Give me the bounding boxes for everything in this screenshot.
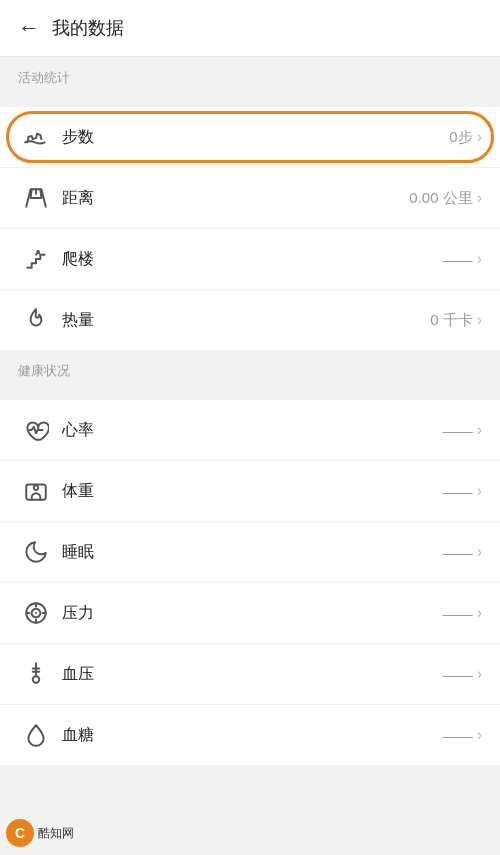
activity-section: 活动统计 步数 0步 › xyxy=(0,57,500,350)
weight-label: 体重 xyxy=(62,481,443,502)
stress-icon xyxy=(18,600,54,626)
blood-pressure-arrow: › xyxy=(477,665,482,683)
distance-value: 0.00 公里 xyxy=(409,189,472,208)
health-section-label: 健康状况 xyxy=(0,350,500,386)
distance-label: 距离 xyxy=(62,188,409,209)
activity-list: 步数 0步 › 距离 0.00 公里 › xyxy=(0,107,500,350)
health-list: 心率 —— › 体重 —— › 睡眠 xyxy=(0,400,500,765)
svg-point-2 xyxy=(34,486,38,490)
stress-arrow: › xyxy=(477,604,482,622)
weight-icon xyxy=(18,478,54,504)
calories-value: 0 千卡 xyxy=(430,311,473,330)
distance-icon xyxy=(18,185,54,211)
weight-row[interactable]: 体重 —— › xyxy=(0,461,500,522)
activity-section-label: 活动统计 xyxy=(0,57,500,93)
blood-pressure-row[interactable]: 血压 —— › xyxy=(0,644,500,705)
floors-label: 爬楼 xyxy=(62,249,443,270)
distance-row[interactable]: 距离 0.00 公里 › xyxy=(0,168,500,229)
calories-row[interactable]: 热量 0 千卡 › xyxy=(0,290,500,350)
weight-value: —— xyxy=(443,483,473,500)
calories-icon xyxy=(18,307,54,333)
weight-arrow: › xyxy=(477,482,482,500)
stress-value: —— xyxy=(443,605,473,622)
svg-point-6 xyxy=(33,676,40,683)
svg-rect-1 xyxy=(26,485,46,500)
page-title: 我的数据 xyxy=(52,16,124,40)
sleep-row[interactable]: 睡眠 —— › xyxy=(0,522,500,583)
blood-sugar-row[interactable]: 血糖 —— › xyxy=(0,705,500,765)
header: ← 我的数据 xyxy=(0,0,500,57)
heart-rate-label: 心率 xyxy=(62,420,443,441)
calories-arrow: › xyxy=(477,311,482,329)
calories-label: 热量 xyxy=(62,310,430,331)
steps-icon xyxy=(18,124,54,150)
steps-row[interactable]: 步数 0步 › xyxy=(0,107,500,168)
stress-label: 压力 xyxy=(62,603,443,624)
blood-pressure-label: 血压 xyxy=(62,664,443,685)
steps-label: 步数 xyxy=(62,127,449,148)
blood-sugar-arrow: › xyxy=(477,726,482,744)
stress-row[interactable]: 压力 —— › xyxy=(0,583,500,644)
blood-pressure-value: —— xyxy=(443,666,473,683)
watermark: C 酷知网 xyxy=(6,819,74,847)
sleep-icon xyxy=(18,539,54,565)
floors-icon xyxy=(18,246,54,272)
watermark-label: 酷知网 xyxy=(38,825,74,842)
blood-sugar-value: —— xyxy=(443,727,473,744)
steps-arrow: › xyxy=(477,128,482,146)
steps-value: 0步 xyxy=(449,128,472,147)
distance-arrow: › xyxy=(477,189,482,207)
blood-sugar-icon xyxy=(18,722,54,748)
floors-value: —— xyxy=(443,251,473,268)
sleep-arrow: › xyxy=(477,543,482,561)
floors-row[interactable]: 爬楼 —— › xyxy=(0,229,500,290)
back-button[interactable]: ← xyxy=(18,17,40,39)
heart-rate-arrow: › xyxy=(477,421,482,439)
health-section: 健康状况 心率 —— › 体重 —— xyxy=(0,350,500,765)
sleep-label: 睡眠 xyxy=(62,542,443,563)
floors-arrow: › xyxy=(477,250,482,268)
svg-point-5 xyxy=(35,612,37,614)
heart-rate-row[interactable]: 心率 —— › xyxy=(0,400,500,461)
sleep-value: —— xyxy=(443,544,473,561)
heart-rate-value: —— xyxy=(443,422,473,439)
blood-pressure-icon xyxy=(18,661,54,687)
heart-rate-icon xyxy=(18,417,54,443)
watermark-icon: C xyxy=(6,819,34,847)
blood-sugar-label: 血糖 xyxy=(62,725,443,746)
